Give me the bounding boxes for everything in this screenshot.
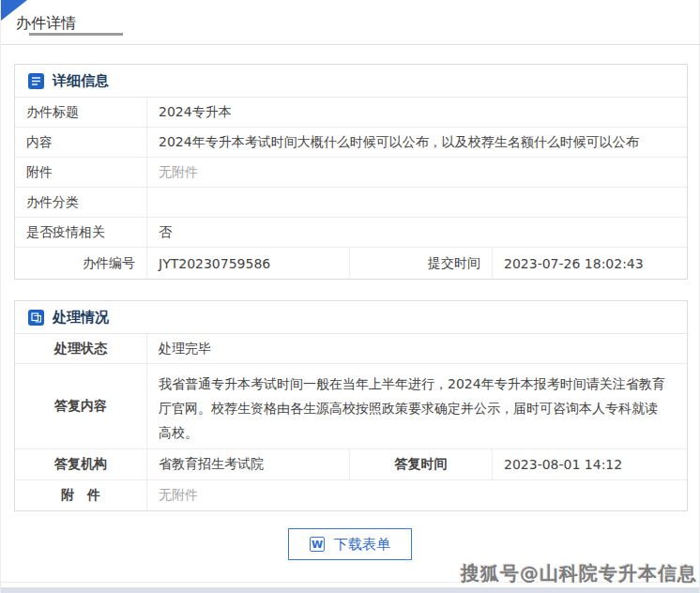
word-file-icon: W <box>310 537 325 552</box>
attachment-label: 附 件 <box>15 480 147 510</box>
tab-item-detail-label: 办件详情 <box>16 14 76 32</box>
download-form-label: 下载表单 <box>334 536 390 554</box>
process-status-section: 处理情况 处理状态 处理完毕 答复内容 我省普通专升本考试时间一般在当年上半年进… <box>14 300 688 511</box>
row-label: 办件分类 <box>15 188 147 217</box>
row-value: 无附件 <box>147 158 687 187</box>
tab-active-underline <box>29 33 123 36</box>
item-number-label: 办件编号 <box>15 248 147 279</box>
reply-org-label: 答复机构 <box>15 449 147 479</box>
table-row: 办件标题 2024专升本 <box>15 98 687 128</box>
process-status-header: 处理情况 <box>15 301 687 334</box>
table-row-item-number: 办件编号 JYT20230759586 提交时间 2023-07-26 18:0… <box>15 248 687 279</box>
tab-bar: 办件详情 <box>1 0 699 45</box>
process-status-title: 处理情况 <box>53 309 109 327</box>
reply-content-label: 答复内容 <box>15 364 147 449</box>
table-row-status: 处理状态 处理完毕 <box>15 334 687 364</box>
row-value <box>147 188 687 217</box>
item-number-value: JYT20230759586 <box>147 248 349 279</box>
reply-content-value: 我省普通专升本考试时间一般在当年上半年进行，2024年专升本报考时间请关注省教育… <box>147 364 687 449</box>
detail-info-title: 详细信息 <box>53 72 109 90</box>
action-button-row: W 下载表单 <box>1 528 699 560</box>
tab-item-detail[interactable]: 办件详情 <box>16 14 76 34</box>
row-value: 2024专升本 <box>147 98 687 127</box>
row-value: 2024年专升本考试时间大概什么时候可以公布，以及校荐生名额什么时候可以公布 <box>147 128 687 157</box>
reply-time-label: 答复时间 <box>349 449 493 479</box>
detail-info-section: 详细信息 办件标题 2024专升本 内容 2024年专升本考试时间大概什么时候可… <box>14 64 688 280</box>
detail-info-header: 详细信息 <box>15 65 687 98</box>
row-label: 附件 <box>15 158 147 187</box>
document-list-icon <box>28 73 44 89</box>
table-row-reply-org: 答复机构 省教育招生考试院 答复时间 2023-08-01 14:12 <box>15 449 687 480</box>
table-row: 办件分类 <box>15 188 687 218</box>
status-label: 处理状态 <box>15 334 147 363</box>
row-value: 否 <box>147 218 687 247</box>
table-row-attachment: 附 件 无附件 <box>15 480 687 510</box>
page-container: 办件详情 详细信息 办件标题 2024专升本 内容 2024年专升本考试时间大概… <box>0 0 700 593</box>
row-label: 是否疫情相关 <box>15 218 147 247</box>
bottom-strip <box>1 587 699 593</box>
download-form-button[interactable]: W 下载表单 <box>288 528 412 560</box>
reply-time-value: 2023-08-01 14:12 <box>493 449 687 479</box>
documents-copy-icon <box>28 310 44 326</box>
table-row: 内容 2024年专升本考试时间大概什么时候可以公布，以及校荐生名额什么时候可以公… <box>15 128 687 158</box>
row-label: 办件标题 <box>15 98 147 127</box>
attachment-value: 无附件 <box>147 480 687 510</box>
reply-org-value: 省教育招生考试院 <box>147 449 349 479</box>
sohu-watermark: 搜狐号@山科院专升本信息 <box>461 561 697 586</box>
status-value: 处理完毕 <box>147 334 687 363</box>
table-row: 是否疫情相关 否 <box>15 218 687 248</box>
row-label: 内容 <box>15 128 147 157</box>
submit-time-value: 2023-07-26 18:02:43 <box>493 248 687 279</box>
table-row: 附件 无附件 <box>15 158 687 188</box>
table-row-reply: 答复内容 我省普通专升本考试时间一般在当年上半年进行，2024年专升本报考时间请… <box>15 364 687 449</box>
submit-time-label: 提交时间 <box>349 248 493 279</box>
